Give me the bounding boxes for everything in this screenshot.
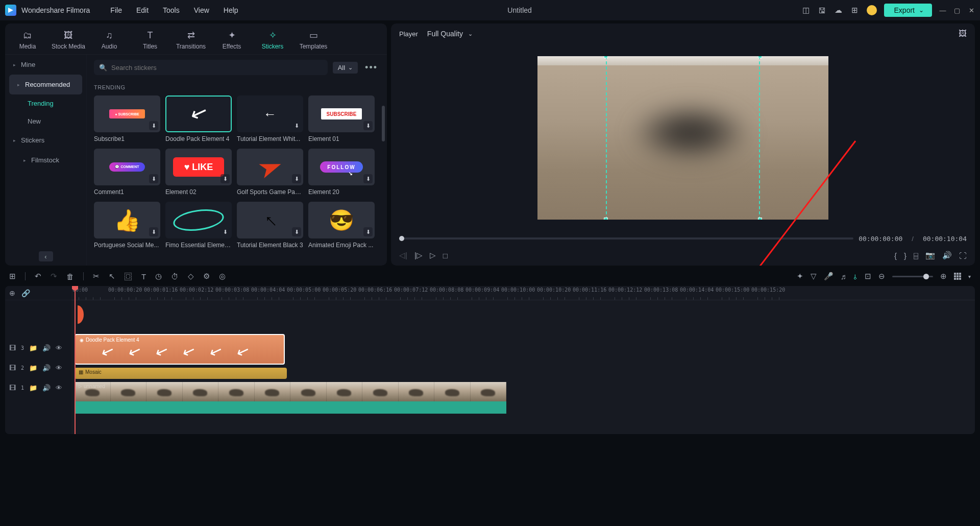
download-icon[interactable]: ⬇ [292, 227, 301, 236]
text-button[interactable]: T [141, 272, 146, 281]
menu-edit[interactable]: Edit [136, 6, 149, 14]
menu-tools[interactable]: Tools [163, 6, 180, 14]
tab-stock-media[interactable]: 🖼Stock Media [48, 23, 89, 54]
card-element-01[interactable]: SUBSCRIBE⬇Element 01 [308, 95, 375, 142]
auto-enhance-icon[interactable]: ✦ [797, 272, 803, 281]
mute-icon[interactable]: 🔊 [42, 364, 51, 372]
clip-mosaic[interactable]: Mosaic [75, 368, 287, 379]
sidebar-recommended[interactable]: Recommended [9, 75, 82, 94]
search-input[interactable] [111, 64, 323, 71]
tab-transitions[interactable]: ⇄Transitions [170, 23, 211, 54]
link-icon[interactable]: 🔗 [21, 289, 30, 297]
export-button[interactable]: Export [884, 4, 932, 17]
track-area[interactable]: 00:0000:00:00:2000:00:01:1600:00:02:1200… [71, 286, 975, 434]
add-track-icon[interactable]: ⊕ [9, 289, 15, 297]
split-button[interactable]: ✂ [93, 272, 100, 281]
mark-out-icon[interactable]: } [904, 251, 906, 260]
mark-in-icon[interactable]: { [894, 251, 897, 260]
tab-effects[interactable]: ✦Effects [211, 23, 252, 54]
snapshot-icon[interactable]: 📷 [925, 251, 935, 260]
zoom-slider[interactable] [892, 276, 933, 277]
tab-titles[interactable]: TTitles [130, 23, 170, 54]
apps-icon[interactable]: ⊞ [850, 6, 860, 15]
menu-view[interactable]: View [194, 6, 209, 14]
sidebar-new[interactable]: New [5, 112, 86, 130]
folder-icon[interactable]: 📁 [29, 384, 37, 392]
card-golf-pack[interactable]: ➤⬇Golf Sports Game Pac... [237, 149, 303, 196]
track-head-3[interactable]: 🎞 3 📁 🔊 👁 [5, 334, 71, 362]
tab-stickers[interactable]: ✧Stickers [252, 23, 293, 54]
folder-icon[interactable]: 📁 [29, 364, 37, 372]
mute-icon[interactable]: 🔊 [42, 384, 51, 392]
card-tutorial-white[interactable]: ←⬇Tutorial Element Whit... [237, 95, 303, 142]
search-box[interactable]: 🔍 [94, 60, 328, 75]
preview-area[interactable] [391, 44, 975, 232]
download-icon[interactable]: ⬇ [220, 174, 230, 183]
audio-mixer-icon[interactable]: ♬ [841, 272, 846, 281]
track-head-1[interactable]: 🎞 1 📁 🔊 👁 [5, 374, 71, 401]
close-button[interactable]: ✕ [968, 7, 975, 14]
card-portuguese[interactable]: 👍⬇Portuguese Social Me... [94, 202, 160, 249]
menu-help[interactable]: Help [224, 6, 238, 14]
play-button[interactable]: ▷ [430, 251, 436, 260]
more-options[interactable]: ••• [363, 62, 380, 73]
color-button[interactable]: ◇ [188, 272, 194, 281]
keyframe-button[interactable]: ◎ [219, 272, 226, 281]
zoom-in-button[interactable]: ⊕ [940, 272, 947, 281]
download-icon[interactable]: ⬇ [149, 174, 158, 183]
sidebar-scroll-left[interactable]: ‹ [39, 251, 53, 261]
card-subscribe1[interactable]: ⬇Subscribe1 [94, 95, 160, 142]
options-caret[interactable]: ▾ [968, 274, 971, 279]
download-icon[interactable]: ⬇ [363, 121, 373, 130]
time-ruler[interactable]: 00:0000:00:00:2000:00:01:1600:00:02:1200… [71, 286, 975, 300]
minimize-button[interactable]: — [939, 7, 946, 14]
redo-button[interactable]: ↷ [51, 272, 57, 281]
speed-button[interactable]: ◷ [155, 272, 162, 281]
card-tutorial-black[interactable]: ↑⬇Tutorial Element Black 3 [237, 202, 303, 249]
card-doodle-4[interactable]: ↗Doodle Pack Element 4 [165, 95, 232, 142]
track-head-2[interactable]: 🎞 2 📁 🔊 👁 [5, 362, 71, 374]
cloud-icon[interactable]: ☁ [834, 6, 843, 15]
eye-icon[interactable]: 👁 [56, 384, 62, 392]
sidebar-filmstock[interactable]: Filmstock [5, 150, 86, 170]
duration-button[interactable]: ⏱ [171, 272, 179, 281]
eye-icon[interactable]: 👁 [56, 364, 62, 372]
card-emoji-pack[interactable]: 😎⬇Animated Emoji Pack ... [308, 202, 375, 249]
cursor-tool[interactable]: ↖ [109, 272, 115, 281]
adjust-button[interactable]: ⚙ [203, 272, 210, 281]
card-comment1[interactable]: ⬇Comment1 [94, 149, 160, 196]
delete-button[interactable]: 🗑 [66, 272, 74, 281]
audio-clip-stub[interactable] [71, 305, 84, 324]
marker-icon[interactable]: ▽ [811, 272, 817, 281]
scrub-bar[interactable]: 00:00:00:00 / 00:00:10:04 [391, 232, 975, 245]
folder-icon[interactable]: 📁 [29, 344, 37, 352]
tab-media[interactable]: 🗂Media [7, 23, 48, 54]
next-frame-button[interactable]: |▷ [414, 251, 423, 260]
card-fimo[interactable]: ⬇Fimo Essential Elemen... [165, 202, 232, 249]
zoom-out-button[interactable]: ⊖ [878, 272, 885, 281]
display-icon[interactable]: ⌸ [914, 251, 918, 260]
volume-icon[interactable]: 🔊 [942, 251, 952, 260]
mute-icon[interactable]: 🔊 [42, 344, 51, 352]
save-icon[interactable]: 🖫 [818, 6, 827, 15]
magnet-icon[interactable]: ⫰ [853, 272, 857, 281]
download-icon[interactable]: ⬇ [220, 227, 230, 236]
download-icon[interactable]: ⬇ [292, 174, 301, 183]
download-icon[interactable]: ⬇ [363, 227, 373, 236]
download-icon[interactable]: ⬇ [149, 227, 158, 236]
menu-file[interactable]: File [110, 6, 122, 14]
voiceover-icon[interactable]: 🎤 [824, 272, 834, 281]
fullscreen-icon[interactable]: ⛶ [959, 251, 967, 260]
download-icon[interactable]: ⬇ [149, 121, 158, 130]
crop-button[interactable]: ⿴ [125, 272, 132, 281]
eye-icon[interactable]: 👁 [56, 344, 62, 352]
stop-button[interactable]: □ [443, 251, 448, 260]
download-icon[interactable]: ⬇ [292, 121, 301, 130]
undo-button[interactable]: ↶ [35, 272, 41, 281]
prev-frame-button[interactable]: ◁| [399, 251, 407, 260]
sidebar-trending[interactable]: Trending [5, 94, 86, 112]
download-icon[interactable]: ⬇ [363, 174, 373, 183]
clip-video[interactable]: unnamed [75, 382, 506, 414]
tab-audio[interactable]: ♫Audio [89, 23, 130, 54]
subtitle-icon[interactable]: ⊡ [865, 272, 871, 281]
